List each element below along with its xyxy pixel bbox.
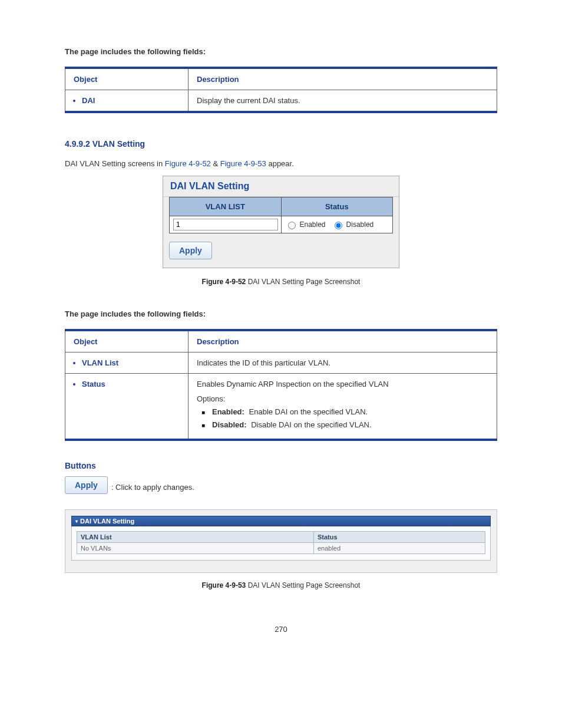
obj-cell-status: Status xyxy=(65,374,189,440)
obj-vlanlist: VLAN List xyxy=(82,358,180,367)
opt-disabled-desc: Disable DAI on the specified VLAN. xyxy=(249,420,372,429)
figure-reference-sentence: DAI VLAN Setting screens in Figure 4-9-5… xyxy=(65,158,497,170)
sent-post: appear. xyxy=(266,159,294,168)
col-header-status: Status xyxy=(281,197,393,216)
fields-table-2: Object Description VLAN List Indicates t… xyxy=(65,329,497,441)
desc-cell-status: Enables Dynamic ARP Inspection on the sp… xyxy=(189,374,497,440)
radio-enabled[interactable] xyxy=(288,222,296,229)
sent-mid: & xyxy=(211,159,220,168)
vlan-list-input[interactable] xyxy=(173,219,278,230)
intro-text-1: The page includes the following fields: xyxy=(65,47,497,56)
collapse-icon[interactable]: ▾ xyxy=(75,519,78,524)
status-val-vlan: No VLANs xyxy=(77,543,314,554)
th-object-2: Object xyxy=(65,330,189,353)
figure-link-53[interactable]: Figure 4-9-53 xyxy=(220,159,266,168)
figure-caption-2: Figure 4-9-53 DAI VLAN Setting Page Scre… xyxy=(65,581,497,589)
fields-table-1: Object Description DAI Display the curre… xyxy=(65,67,497,113)
figure-caption-1: Figure 4-9-52 DAI VLAN Setting Page Scre… xyxy=(65,278,497,286)
status-line1: Enables Dynamic ARP Inspection on the sp… xyxy=(197,380,488,388)
status-val-status: enabled xyxy=(313,543,485,554)
label-enabled: Enabled xyxy=(300,220,326,229)
panel-title: DAI VLAN Setting xyxy=(163,176,399,197)
dai-vlan-setting-panel: DAI VLAN Setting VLAN LIST Status Enable… xyxy=(163,176,399,268)
vlan-input-cell xyxy=(170,216,282,233)
opt-enabled-name: Enabled: xyxy=(212,407,244,416)
buttons-heading: Buttons xyxy=(65,461,497,470)
opt-disabled: Disabled: Disable DAI on the specified V… xyxy=(212,420,488,430)
apply-button[interactable]: Apply xyxy=(169,242,212,259)
page-number: 270 xyxy=(65,625,497,634)
th-description-2: Description xyxy=(189,330,497,353)
th-description: Description xyxy=(189,68,497,90)
status-col-status: Status xyxy=(313,532,485,543)
vlan-setting-table: VLAN LIST Status Enabled Disabled xyxy=(169,197,393,233)
th-object: Object xyxy=(65,68,189,90)
intro-text-2: The page includes the following fields: xyxy=(65,309,497,318)
figure-link-52[interactable]: Figure 4-9-52 xyxy=(165,159,211,168)
desc-cell-vlanlist: Indicates the ID of this particular VLAN… xyxy=(189,353,497,374)
status-header-text: DAI VLAN Setting xyxy=(80,518,134,525)
obj-status: Status xyxy=(82,380,180,388)
caption2-text: DAI VLAN Setting Page Screenshot xyxy=(248,581,361,589)
dai-vlan-status-frame: ▾ DAI VLAN Setting VLAN List Status No V… xyxy=(65,509,497,573)
radio-disabled[interactable] xyxy=(335,222,342,229)
status-table: VLAN List Status No VLANs enabled xyxy=(77,531,485,554)
apply-button-inline[interactable]: Apply xyxy=(65,476,108,494)
obj-cell-dai: DAI xyxy=(65,90,189,113)
status-col-vlan: VLAN List xyxy=(77,532,314,543)
status-radio-cell: Enabled Disabled xyxy=(281,216,393,233)
opt-enabled: Enabled: Enable DAI on the specified VLA… xyxy=(212,407,488,417)
caption2-num: Figure 4-9-53 xyxy=(202,581,248,589)
sent-pre: DAI VLAN Setting screens in xyxy=(65,159,165,168)
opt-disabled-name: Disabled: xyxy=(212,420,247,429)
obj-cell-vlanlist: VLAN List xyxy=(65,353,189,374)
subsection-heading: 4.9.9.2 VLAN Setting xyxy=(65,139,497,149)
desc-cell-dai: Display the current DAI status. xyxy=(189,90,497,113)
status-options-label: Options: xyxy=(197,394,488,403)
status-options-list: Enabled: Enable DAI on the specified VLA… xyxy=(197,407,488,430)
apply-description: : Click to apply changes. xyxy=(111,483,194,494)
status-header[interactable]: ▾ DAI VLAN Setting xyxy=(71,516,491,526)
caption1-text: DAI VLAN Setting Page Screenshot xyxy=(248,278,361,286)
opt-enabled-desc: Enable DAI on the specified VLAN. xyxy=(247,407,368,416)
status-body: VLAN List Status No VLANs enabled xyxy=(71,526,491,561)
col-header-vlan-list: VLAN LIST xyxy=(170,197,282,216)
obj-dai: DAI xyxy=(82,96,180,105)
caption1-num: Figure 4-9-52 xyxy=(202,278,248,286)
label-disabled: Disabled xyxy=(346,220,374,229)
